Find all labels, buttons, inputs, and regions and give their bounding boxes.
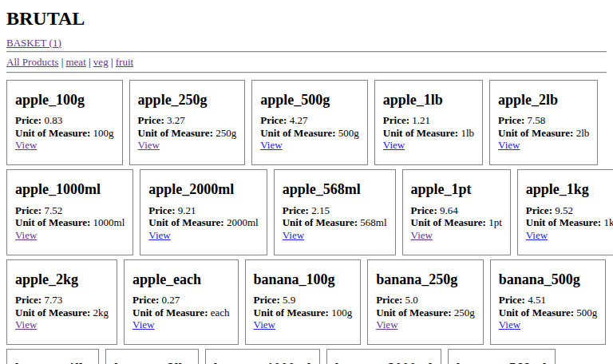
product-card: apple_2lb Price: 7.58 Unit of Measure: 2… — [489, 80, 598, 165]
card-row: apple_1000ml Price: 7.52 Unit of Measure… — [6, 169, 607, 255]
price-value: 9.64 — [437, 204, 458, 216]
product-card: banana_2000ml Price: Unit of Measure: Vi… — [326, 349, 441, 364]
nav-link-all-products[interactable]: All Products — [6, 56, 58, 68]
price-value: 4.27 — [287, 114, 307, 126]
unit-of-measure-value: 2000ml — [224, 216, 259, 228]
unit-of-measure-label: Unit of Measure: — [499, 307, 574, 318]
view-link[interactable]: View — [132, 318, 154, 330]
product-card: apple_2kg Price: 7.73 Unit of Measure: 2… — [6, 259, 117, 345]
view-link[interactable]: View — [148, 229, 170, 241]
view-link[interactable]: View — [138, 139, 160, 151]
product-title: banana_100g — [254, 271, 353, 288]
price-label: Price: — [15, 294, 42, 306]
price-label: Price: — [15, 204, 42, 216]
unit-of-measure-label: Unit of Measure: — [132, 307, 208, 318]
view-link[interactable]: View — [499, 318, 520, 330]
product-title: banana_500g — [499, 271, 598, 288]
unit-of-measure-value: 250g — [452, 307, 475, 318]
view-link[interactable]: View — [15, 229, 37, 241]
price-label: Price: — [498, 114, 524, 126]
basket-link[interactable]: BASKET (1) — [6, 37, 61, 49]
product-details: Price: 1.21 Unit of Measure: 1lb View — [383, 114, 474, 152]
view-link[interactable]: View — [526, 229, 548, 241]
product-title: banana_1000ml — [214, 361, 311, 364]
view-link[interactable]: View — [376, 318, 397, 330]
unit-of-measure-label: Unit of Measure: — [526, 216, 601, 228]
price-label: Price: — [383, 114, 409, 126]
product-title: apple_1pt — [411, 181, 502, 198]
product-card: apple_1lb Price: 1.21 Unit of Measure: 1… — [374, 80, 483, 165]
nav-link-fruit[interactable]: fruit — [116, 56, 133, 68]
price-label: Price: — [283, 204, 309, 216]
product-card: banana_100g Price: 5.9 Unit of Measure: … — [245, 259, 362, 345]
view-link[interactable]: View — [383, 139, 405, 151]
product-card: apple_each Price: 0.27 Unit of Measure: … — [124, 259, 238, 345]
product-card: banana_250g Price: 5.0 Unit of Measure: … — [367, 259, 484, 345]
product-title: apple_1000ml — [15, 181, 125, 198]
price-value: 1.21 — [409, 114, 430, 126]
product-details: Price: 9.21 Unit of Measure: 2000ml View — [148, 204, 258, 242]
price-value: 4.51 — [525, 294, 546, 306]
product-details: Price: 0.27 Unit of Measure: each View — [132, 294, 229, 331]
page-title: BRUTAL — [6, 8, 607, 30]
view-link[interactable]: View — [254, 318, 275, 330]
product-card: apple_500g Price: 4.27 Unit of Measure: … — [251, 80, 368, 165]
view-link[interactable]: View — [15, 318, 37, 330]
product-title: apple_1kg — [526, 181, 613, 198]
unit-of-measure-value: 500g — [574, 307, 597, 318]
price-value: 7.73 — [42, 294, 62, 306]
product-title: apple_2kg — [15, 271, 109, 288]
product-card: apple_1kg Price: 9.52 Unit of Measure: 1… — [517, 169, 613, 255]
product-card: banana_500g Price: 4.51 Unit of Measure:… — [490, 259, 607, 345]
product-title: apple_1lb — [383, 92, 474, 109]
price-value: 9.21 — [176, 204, 196, 216]
product-grid: apple_100g Price: 0.83 Unit of Measure: … — [6, 80, 607, 364]
product-title: apple_568ml — [283, 181, 387, 198]
view-link[interactable]: View — [283, 229, 304, 241]
view-link[interactable]: View — [411, 229, 433, 241]
price-value: 9.52 — [552, 204, 573, 216]
view-link[interactable]: View — [15, 139, 37, 151]
price-value: 0.27 — [159, 294, 180, 306]
product-title: apple_100g — [15, 92, 114, 109]
unit-of-measure-label: Unit of Measure: — [376, 307, 451, 318]
view-link[interactable]: View — [498, 139, 520, 151]
divider — [6, 51, 607, 53]
product-card: apple_1pt Price: 9.64 Unit of Measure: 1… — [402, 169, 511, 255]
unit-of-measure-label: Unit of Measure: — [411, 216, 486, 228]
unit-of-measure-value: 2lb — [573, 127, 589, 139]
product-card: apple_100g Price: 0.83 Unit of Measure: … — [6, 80, 123, 165]
price-value: 2.15 — [309, 204, 330, 216]
product-title: banana_568ml — [457, 361, 547, 364]
product-title: banana_1lb — [15, 361, 90, 364]
product-details: Price: 9.64 Unit of Measure: 1pt View — [411, 204, 502, 242]
product-details: Price: 2.15 Unit of Measure: 568ml View — [283, 204, 387, 242]
category-nav: All Products | meat | veg | fruit — [6, 56, 607, 68]
view-link[interactable]: View — [260, 139, 282, 151]
product-details: Price: 0.83 Unit of Measure: 100g View — [15, 114, 114, 152]
unit-of-measure-value: 500g — [336, 127, 359, 139]
product-details: Price: 7.73 Unit of Measure: 2kg View — [15, 294, 109, 331]
unit-of-measure-label: Unit of Measure: — [15, 127, 90, 139]
price-value: 7.58 — [524, 114, 545, 126]
card-row: apple_2kg Price: 7.73 Unit of Measure: 2… — [6, 259, 607, 345]
product-details: Price: 7.58 Unit of Measure: 2lb View — [498, 114, 589, 152]
unit-of-measure-value: each — [208, 307, 229, 318]
product-title: apple_250g — [138, 92, 237, 109]
price-label: Price: — [138, 114, 164, 126]
product-card: apple_2000ml Price: 9.21 Unit of Measure… — [140, 169, 267, 255]
product-details: Price: 3.27 Unit of Measure: 250g View — [138, 114, 237, 152]
nav-link-veg[interactable]: veg — [93, 56, 109, 68]
divider — [6, 72, 607, 73]
product-title: apple_2lb — [498, 92, 589, 109]
card-row: banana_1lb Price: Unit of Measure: View … — [6, 349, 607, 364]
product-card: banana_568ml Price: Unit of Measure: Vie… — [448, 349, 556, 364]
price-value: 7.52 — [42, 204, 62, 216]
price-value: 5.0 — [402, 294, 418, 306]
unit-of-measure-value: 1lb — [458, 127, 474, 139]
nav-link-meat[interactable]: meat — [65, 56, 85, 68]
price-label: Price: — [499, 294, 525, 306]
price-value: 0.83 — [42, 114, 62, 126]
basket-line: BASKET (1) — [6, 37, 607, 49]
product-card: banana_2lb Price: Unit of Measure: View — [105, 349, 198, 364]
